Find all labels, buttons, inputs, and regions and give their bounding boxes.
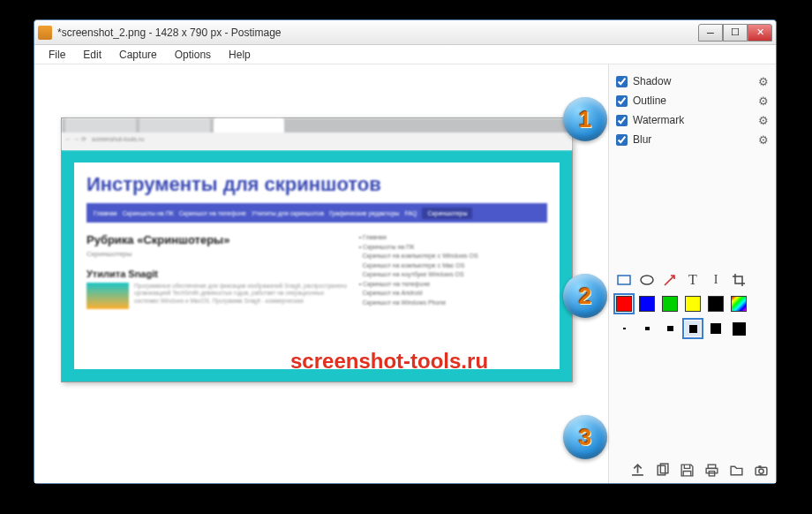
rectangle-tool-icon[interactable]: [616, 272, 632, 288]
close-button[interactable]: ✕: [748, 24, 772, 42]
save-icon[interactable]: [679, 462, 695, 478]
ellipse-tool-icon[interactable]: [639, 272, 655, 288]
effect-blur-gear-icon[interactable]: ⚙: [758, 133, 769, 147]
page-heading: Инструменты для скриншотов: [86, 173, 547, 196]
thickness-5[interactable]: [708, 321, 724, 336]
svg-point-8: [758, 468, 763, 472]
page-body: Инструменты для скриншотов Главная Скрин…: [62, 150, 572, 382]
thickness-4[interactable]: [685, 321, 701, 336]
content-area: ← → ⟳ screenshot-tools.ru Инструменты дл…: [34, 64, 776, 483]
svg-rect-9: [758, 465, 761, 467]
action-row: [616, 457, 769, 478]
open-folder-icon[interactable]: [728, 462, 744, 478]
page-navbar: Главная Скриншоты на ПК Скриншот на теле…: [86, 203, 547, 223]
upload-icon[interactable]: [629, 462, 645, 478]
callout-3: 3: [563, 415, 607, 459]
section-title: Рубрика «Скриншотеры»: [86, 233, 350, 246]
maximize-button[interactable]: ☐: [723, 24, 748, 42]
menu-options[interactable]: Options: [166, 47, 220, 63]
window-controls: ─ ☐ ✕: [698, 24, 772, 42]
effect-blur: Blur ⚙: [616, 130, 769, 149]
shape-tool-row: T I: [616, 269, 769, 291]
article-thumb: [86, 283, 129, 309]
svg-point-1: [641, 276, 653, 284]
titlebar: *screenshot_2.png - 1428 x 790 px - Post…: [34, 20, 776, 45]
effect-shadow-checkbox[interactable]: [616, 76, 628, 87]
browser-chrome: ← → ⟳ screenshot-tools.ru: [62, 118, 572, 150]
effect-watermark-label: Watermark: [633, 114, 758, 126]
effect-watermark: Watermark ⚙: [616, 110, 769, 130]
camera-icon[interactable]: [753, 462, 769, 478]
effect-blur-label: Blur: [633, 133, 758, 146]
color-yellow[interactable]: [685, 296, 701, 312]
menu-capture[interactable]: Capture: [110, 47, 166, 63]
canvas-area[interactable]: ← → ⟳ screenshot-tools.ru Инструменты дл…: [34, 64, 608, 483]
print-icon[interactable]: [703, 462, 719, 478]
thickness-1[interactable]: [616, 321, 632, 336]
menu-file[interactable]: File: [40, 47, 74, 63]
text-tool-icon[interactable]: T: [685, 272, 701, 288]
arrow-tool-icon[interactable]: [662, 272, 678, 288]
color-blue[interactable]: [639, 296, 655, 312]
article-title: Утилита Snagit: [86, 268, 350, 279]
color-picker-icon[interactable]: [731, 296, 747, 312]
effect-blur-checkbox[interactable]: [616, 134, 628, 146]
effect-shadow-label: Shadow: [633, 75, 758, 87]
callout-2: 2: [563, 274, 607, 318]
thickness-row: [616, 321, 769, 336]
effect-shadow: Shadow ⚙: [616, 72, 769, 91]
effect-outline-checkbox[interactable]: [616, 95, 628, 107]
menubar: File Edit Capture Options Help: [34, 45, 776, 64]
thickness-3[interactable]: [662, 321, 678, 336]
color-red[interactable]: [616, 296, 632, 312]
effect-outline-label: Outline: [633, 94, 758, 107]
thickness-2[interactable]: [639, 321, 655, 336]
color-row: [616, 296, 769, 312]
effect-watermark-gear-icon[interactable]: ⚙: [758, 114, 769, 127]
svg-rect-0: [618, 276, 630, 284]
window-title: *screenshot_2.png - 1428 x 790 px - Post…: [57, 26, 698, 39]
thickness-6[interactable]: [731, 321, 747, 336]
effect-outline: Outline ⚙: [616, 91, 769, 110]
callout-1: 1: [563, 97, 607, 141]
crop-tool-icon[interactable]: [731, 272, 747, 288]
effect-shadow-gear-icon[interactable]: ⚙: [758, 75, 769, 88]
effect-watermark-checkbox[interactable]: [616, 115, 628, 126]
minimize-button[interactable]: ─: [698, 24, 723, 42]
app-window: *screenshot_2.png - 1428 x 790 px - Post…: [34, 19, 777, 484]
color-green[interactable]: [662, 296, 678, 312]
app-icon: [38, 26, 52, 40]
color-black[interactable]: [708, 296, 724, 312]
effect-outline-gear-icon[interactable]: ⚙: [758, 94, 769, 108]
screenshot-preview: ← → ⟳ screenshot-tools.ru Инструменты дл…: [61, 117, 573, 382]
copy-icon[interactable]: [654, 462, 670, 478]
line-tool-icon[interactable]: I: [708, 272, 724, 288]
menu-help[interactable]: Help: [220, 47, 259, 63]
page-sidebar: • Главная • Скриншоты на ПК Скриншот на …: [359, 233, 547, 309]
watermark-text: screenshot-tools.ru: [290, 349, 488, 374]
menu-edit[interactable]: Edit: [74, 47, 110, 63]
tool-section: T I: [616, 269, 769, 344]
sidebar: Shadow ⚙ Outline ⚙ Watermark ⚙ Blur ⚙: [608, 64, 776, 483]
